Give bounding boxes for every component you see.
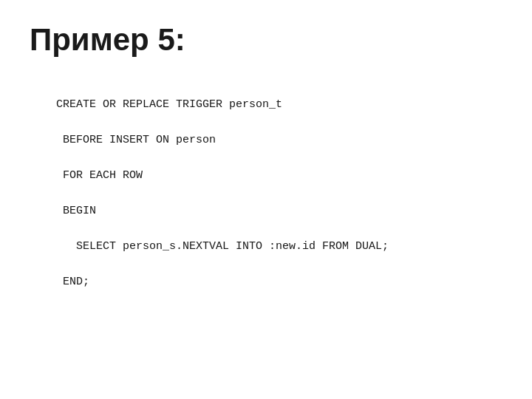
- code-line-2: BEFORE INSERT ON person: [56, 134, 216, 146]
- code-line-4: BEGIN: [56, 205, 96, 217]
- code-line-3: FOR EACH ROW: [56, 169, 143, 182]
- code-block: CREATE OR REPLACE TRIGGER person_t BEFOR…: [30, 78, 502, 309]
- page-container: Пример 5: CREATE OR REPLACE TRIGGER pers…: [0, 0, 532, 399]
- page-title: Пример 5:: [30, 22, 502, 58]
- code-line-1: CREATE OR REPLACE TRIGGER person_t: [56, 98, 282, 111]
- code-line-6: END;: [56, 276, 89, 288]
- code-line-5: SELECT person_s.NEXTVAL INTO :new.id FRO…: [56, 240, 389, 253]
